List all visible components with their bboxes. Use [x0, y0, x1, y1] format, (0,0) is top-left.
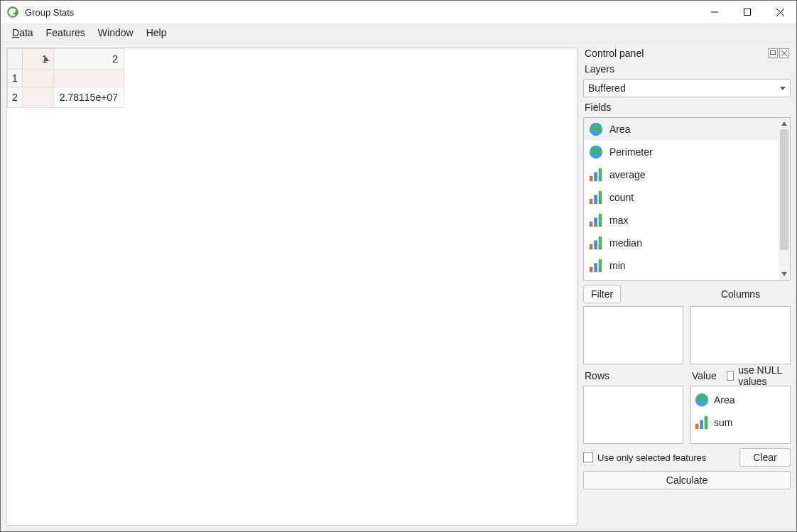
- scroll-thumb[interactable]: [780, 129, 788, 250]
- fields-listbox[interactable]: Area Perimeter average count: [583, 117, 791, 281]
- bar-chart-icon: [588, 190, 604, 205]
- rows-label: Rows: [583, 370, 611, 381]
- titlebar: Group Stats: [1, 1, 796, 23]
- value-item-area[interactable]: Area: [694, 389, 787, 411]
- bar-chart-icon: [588, 167, 604, 183]
- panel-undock-button[interactable]: [768, 48, 778, 58]
- bar-chart-icon: [588, 212, 604, 228]
- use-null-label: use NULL values: [738, 364, 791, 387]
- layers-combo[interactable]: Buffered: [583, 79, 791, 97]
- globe-icon: [694, 392, 710, 408]
- menu-features[interactable]: Features: [40, 25, 91, 40]
- scroll-track[interactable]: [779, 129, 790, 268]
- maximize-button[interactable]: [731, 1, 764, 23]
- globe-icon: [588, 121, 604, 137]
- field-label: count: [609, 192, 634, 203]
- filter-dropbox[interactable]: [583, 306, 683, 364]
- table-row: 2 2.78115e+07: [8, 87, 124, 108]
- fields-scrollbar[interactable]: [779, 118, 790, 280]
- value-item-label: Area: [714, 394, 735, 406]
- menu-help[interactable]: Help: [141, 25, 173, 40]
- field-item-count[interactable]: count: [584, 186, 779, 209]
- svg-rect-21: [590, 244, 593, 249]
- cell-2-1[interactable]: [22, 87, 53, 108]
- menu-data[interactable]: Data: [6, 25, 39, 40]
- table-row: 1: [8, 70, 124, 87]
- globe-icon: [588, 144, 604, 160]
- svg-rect-2: [15, 11, 17, 15]
- cell-2-2[interactable]: 2.78115e+07: [53, 87, 124, 108]
- calculate-button[interactable]: Calculate: [583, 471, 791, 489]
- field-item-max[interactable]: max: [584, 209, 779, 232]
- svg-marker-28: [781, 272, 787, 276]
- field-label: average: [609, 169, 646, 180]
- field-label: Perimeter: [609, 146, 653, 158]
- field-item-min[interactable]: min: [584, 254, 779, 277]
- panel-close-button[interactable]: [779, 48, 789, 58]
- field-item-perimeter[interactable]: Perimeter: [584, 141, 779, 163]
- row-header-2[interactable]: 2: [8, 87, 23, 108]
- svg-rect-23: [599, 237, 602, 249]
- cell-1-1[interactable]: [22, 70, 53, 87]
- table-corner[interactable]: [8, 49, 23, 70]
- svg-rect-19: [594, 217, 597, 227]
- bar-chart-icon: [694, 415, 710, 430]
- field-label: Area: [609, 124, 631, 135]
- layers-combo-value: Buffered: [588, 82, 780, 94]
- field-item-area[interactable]: Area: [584, 118, 779, 141]
- panel-header: Control panel: [583, 48, 791, 59]
- field-label: median: [609, 237, 642, 249]
- fields-label: Fields: [583, 102, 791, 113]
- qgis-icon: [6, 6, 19, 18]
- svg-rect-15: [590, 199, 593, 204]
- scroll-down-button[interactable]: [779, 268, 790, 280]
- svg-rect-25: [594, 263, 597, 272]
- field-label: min: [609, 260, 626, 271]
- minimize-button[interactable]: [698, 1, 731, 23]
- menu-window[interactable]: Window: [92, 25, 139, 40]
- body: 1 2 1 2 2.78115e+07 Control panel: [1, 42, 796, 531]
- cell-1-2[interactable]: [53, 70, 124, 87]
- svg-rect-14: [599, 168, 602, 181]
- svg-rect-17: [599, 191, 602, 204]
- field-item-median[interactable]: median: [584, 232, 779, 254]
- layers-label: Layers: [583, 63, 791, 75]
- use-null-checkbox[interactable]: [727, 371, 734, 381]
- svg-rect-26: [599, 259, 602, 272]
- menubar: Data Features Window Help: [1, 23, 796, 42]
- svg-rect-4: [744, 9, 751, 16]
- results-table-container: 1 2 1 2 2.78115e+07: [6, 48, 578, 526]
- svg-rect-30: [695, 424, 699, 429]
- control-panel: Control panel Layers Buffered Fields: [583, 48, 791, 526]
- use-selected-checkbox[interactable]: [583, 452, 593, 462]
- field-label: max: [609, 215, 628, 226]
- column-header-1[interactable]: 1: [22, 49, 53, 70]
- svg-rect-31: [700, 420, 703, 429]
- bottom-row: Use only selected features Clear: [583, 448, 791, 467]
- field-item-average[interactable]: average: [584, 163, 779, 186]
- value-label: Value: [690, 370, 718, 381]
- columns-label: Columns: [720, 288, 761, 300]
- scroll-up-button[interactable]: [779, 118, 790, 129]
- close-button[interactable]: [764, 1, 796, 23]
- svg-marker-27: [781, 121, 787, 126]
- panel-title: Control panel: [585, 48, 644, 59]
- svg-rect-12: [590, 176, 593, 181]
- column-header-2[interactable]: 2: [53, 49, 124, 70]
- svg-rect-32: [705, 416, 708, 429]
- value-dropbox[interactable]: Area sum: [690, 386, 791, 444]
- filter-button[interactable]: Filter: [583, 285, 621, 303]
- bar-chart-icon: [588, 258, 604, 273]
- filter-columns-row: Filter Columns: [583, 285, 791, 364]
- rows-value-row: Rows Value use NULL values Area: [583, 369, 791, 444]
- window-title: Group Stats: [25, 7, 74, 18]
- value-item-label: sum: [714, 417, 732, 428]
- svg-rect-16: [594, 195, 597, 204]
- columns-dropbox[interactable]: [690, 306, 791, 364]
- window-frame: Group Stats Data Features Window Help 1 …: [0, 0, 797, 532]
- row-header-1[interactable]: 1: [8, 70, 23, 87]
- bar-chart-icon: [588, 235, 604, 251]
- clear-button[interactable]: Clear: [739, 448, 791, 467]
- value-item-sum[interactable]: sum: [694, 412, 787, 433]
- rows-dropbox[interactable]: [583, 386, 683, 444]
